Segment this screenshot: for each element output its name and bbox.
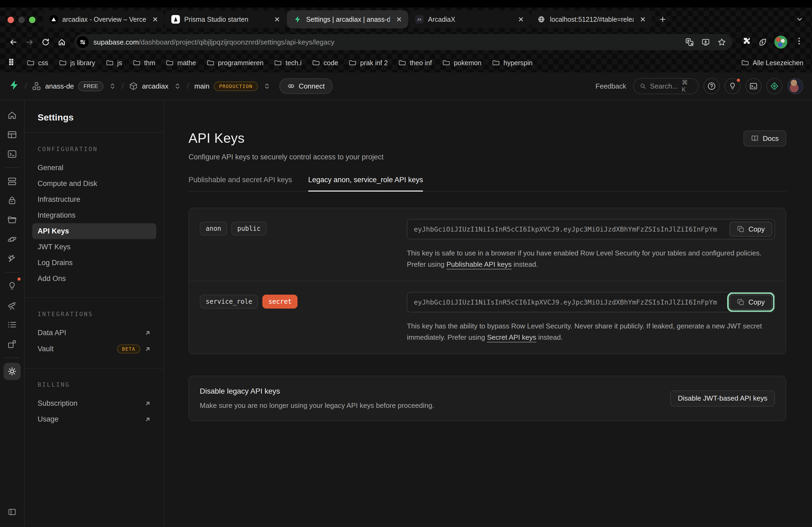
bookmark-folder[interactable]: programmieren	[207, 59, 264, 67]
bookmark-label: programmieren	[218, 59, 264, 67]
advisor-notifications-button[interactable]	[724, 78, 741, 94]
tab-publishable-keys[interactable]: Publishable and secret API keys	[188, 176, 292, 191]
project-icon	[129, 82, 138, 90]
back-button[interactable]	[5, 34, 21, 50]
translate-icon[interactable]	[685, 38, 694, 46]
tab-close-icon[interactable]	[150, 15, 160, 24]
nav-item-jwt-keys[interactable]: JWT Keys	[32, 239, 156, 255]
nav-item-integrations[interactable]: Integrations	[32, 207, 156, 223]
tab-close-icon[interactable]	[394, 15, 404, 24]
rail-settings-icon[interactable]	[3, 363, 21, 380]
rail-table-editor-icon[interactable]	[3, 126, 21, 143]
command-menu-button[interactable]	[745, 78, 762, 94]
minimize-window-button[interactable]	[18, 17, 25, 23]
bookmark-folder[interactable]: thm	[133, 59, 156, 67]
bookmark-folder[interactable]: tech.i	[274, 59, 302, 67]
docs-button[interactable]: Docs	[743, 131, 786, 147]
project-breadcrumb[interactable]: arcadiax	[129, 82, 181, 90]
nav-item-data-api[interactable]: Data API	[32, 325, 156, 341]
nav-item-infrastructure[interactable]: Infrastructure	[32, 192, 156, 207]
tab-close-icon[interactable]	[516, 15, 526, 24]
branch-breadcrumb[interactable]: main PRODUCTION	[194, 81, 271, 91]
rail-realtime-icon[interactable]	[3, 250, 21, 267]
nav-item-usage[interactable]: Usage	[32, 411, 156, 427]
browser-menu-icon[interactable]	[795, 37, 803, 47]
publishable-api-keys-link[interactable]: Publishable API keys	[447, 260, 512, 268]
bookmark-folder[interactable]: js library	[59, 59, 95, 67]
rail-database-icon[interactable]	[3, 173, 21, 190]
org-switcher-chevrons-icon[interactable]	[109, 82, 116, 90]
browser-tab-prisma[interactable]: Prisma Studio starten	[165, 10, 286, 28]
service-role-key-field[interactable]: eyJhbGciOiJIUzI1NiIsInR5cCI6IkpXVCJ9.eyJ…	[407, 292, 775, 312]
rail-home-icon[interactable]	[3, 107, 21, 124]
rail-storage-icon[interactable]	[3, 211, 21, 229]
bookmark-folder[interactable]: js	[106, 59, 122, 67]
anon-copy-button[interactable]: Copy	[729, 222, 772, 237]
browser-tab-localhost[interactable]: localhost:51212/#table=releas	[531, 10, 652, 28]
bookmark-star-icon[interactable]	[717, 38, 726, 46]
tabs: arcadiax - Overview – Vercel Prisma Stud…	[43, 10, 670, 28]
project-switcher-chevrons-icon[interactable]	[174, 82, 181, 90]
nav-item-general[interactable]: General	[32, 160, 156, 176]
feedback-button[interactable]: Feedback	[596, 82, 626, 90]
bookmark-folder[interactable]: code	[312, 59, 338, 67]
performance-icon[interactable]	[758, 38, 767, 46]
home-button[interactable]	[54, 34, 70, 50]
browser-profile-avatar[interactable]	[774, 36, 787, 48]
bookmark-folder[interactable]: css	[27, 59, 48, 67]
address-bar[interactable]: supabase.com/dashboard/project/qibjljpqz…	[74, 34, 733, 50]
help-button[interactable]	[704, 78, 720, 94]
bookmark-folder[interactable]: pokemon	[443, 59, 481, 67]
copy-icon	[737, 298, 744, 306]
rail-logs-icon[interactable]	[3, 316, 21, 333]
org-breadcrumb[interactable]: anass-de FREE	[32, 81, 116, 91]
tab-search-chevron-icon[interactable]	[793, 12, 807, 26]
nav-item-api-keys[interactable]: API Keys	[32, 223, 156, 239]
supabase-logo-icon[interactable]	[9, 80, 19, 93]
secret-api-keys-link[interactable]: Secret API keys	[487, 333, 536, 341]
fullscreen-window-button[interactable]	[29, 17, 35, 23]
all-bookmarks[interactable]: Alle Lesezeichen	[741, 59, 803, 67]
ai-assistant-button[interactable]	[766, 78, 782, 94]
bookmark-folder[interactable]: hyperspin	[492, 59, 533, 67]
rail-edge-functions-icon[interactable]	[3, 231, 21, 248]
sidebar-toggle-icon[interactable]	[3, 503, 21, 521]
install-icon[interactable]	[701, 38, 710, 46]
reload-button[interactable]	[38, 34, 54, 50]
nav-item-compute-and-disk[interactable]: Compute and Disk	[32, 176, 156, 192]
apps-grid-icon[interactable]	[9, 58, 16, 67]
new-tab-button[interactable]	[656, 12, 670, 26]
tab-close-icon[interactable]	[638, 15, 648, 24]
branch-switcher-chevrons-icon[interactable]	[263, 82, 271, 90]
rail-reports-icon[interactable]	[3, 297, 21, 314]
rail-advisors-icon[interactable]	[3, 277, 21, 295]
extensions-icon[interactable]	[742, 37, 751, 47]
nav-item-log-drains[interactable]: Log Drains	[32, 255, 156, 271]
nav-item-subscription[interactable]: Subscription	[32, 395, 156, 411]
user-avatar[interactable]	[787, 78, 803, 94]
disable-jwt-keys-button[interactable]: Disable JWT-based API keys	[670, 390, 775, 407]
search-input[interactable]: Search... ⌘ K	[633, 78, 699, 94]
nav-item-vault[interactable]: Vault BETA	[32, 341, 156, 357]
bookmark-folder[interactable]: theo inf	[398, 59, 432, 67]
rail-divider	[5, 167, 19, 168]
bookmark-folder[interactable]: mathe	[166, 59, 196, 67]
forward-button[interactable]	[21, 34, 38, 50]
nav-item-add-ons[interactable]: Add Ons	[32, 271, 156, 287]
close-window-button[interactable]	[8, 17, 14, 23]
browser-tab-arcadiax[interactable]: AX ArcadiaX	[409, 10, 530, 28]
rail-sql-editor-icon[interactable]	[3, 146, 21, 163]
connect-button[interactable]: Connect	[279, 78, 333, 94]
tab-close-icon[interactable]	[272, 15, 282, 24]
rail-api-docs-icon[interactable]	[3, 335, 21, 352]
site-info-icon[interactable]	[77, 36, 89, 48]
service-role-key-name-badge: service_role	[200, 295, 258, 308]
service-role-copy-button[interactable]: Copy	[729, 295, 772, 310]
tab-legacy-keys[interactable]: Legacy anon, service_role API keys	[308, 176, 423, 191]
anon-key-field[interactable]: eyJhbGciOiJIUzI1NiIsInR5cCI6IkpXVCJ9.eyJ…	[407, 219, 775, 239]
bookmark-folder[interactable]: prak inf 2	[349, 59, 388, 67]
external-link-icon	[144, 400, 151, 407]
browser-tab-vercel[interactable]: arcadiax - Overview – Vercel	[43, 10, 164, 28]
rail-auth-icon[interactable]	[3, 192, 21, 209]
browser-tab-supabase-active[interactable]: Settings | arcadiax | anass-de	[287, 10, 408, 28]
